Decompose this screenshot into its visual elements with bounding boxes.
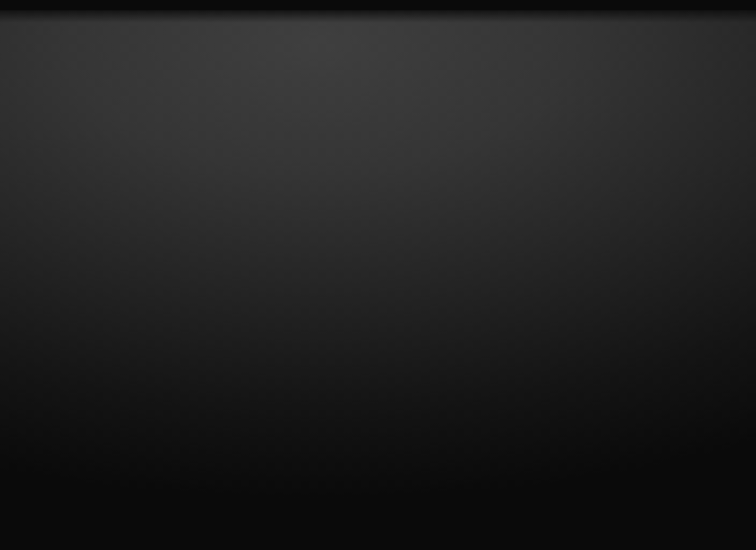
- viewport-canvas[interactable]: [0, 10, 756, 547]
- octopus-model[interactable]: [0, 10, 756, 547]
- sculptris-window: [0, 0, 756, 550]
